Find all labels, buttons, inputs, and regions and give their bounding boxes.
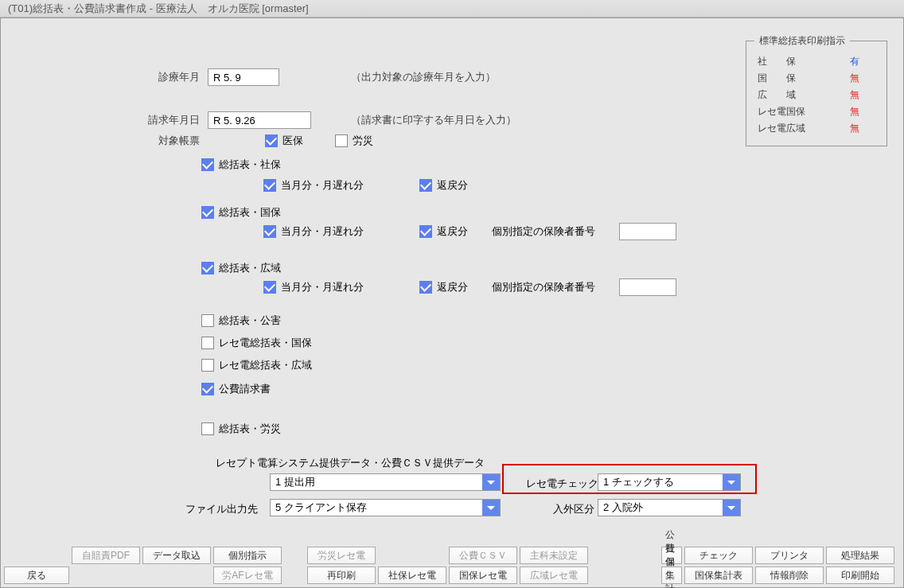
soukatsu-kokuho-label: 総括表・国保 [219, 205, 281, 220]
nyugai-select[interactable]: 2 入院外 [598, 499, 741, 516]
status-panel: 標準総括表印刷指示 社 保有 国 保無 広 域無 レセ電国保無 レセ電広域無 [746, 34, 887, 146]
status-val: 有 [848, 54, 867, 69]
file-out-label: ファイル出力先 [185, 502, 258, 516]
status-key: レセ電広域 [756, 121, 813, 136]
shinryo-ym-label: 診療年月 [120, 70, 200, 84]
kouhi-seikyu-checkbox[interactable] [201, 383, 214, 395]
status-key: 国 保 [756, 71, 813, 86]
status-val: 無 [848, 71, 867, 86]
soukatsu-kougai-label: 総括表・公害 [219, 313, 281, 328]
koiki-kobetsu-label: 個別指定の保険者番号 [492, 280, 595, 294]
koiki-receden-button[interactable]: 広域レセ電 [520, 567, 588, 584]
printer-button[interactable]: プリンタ [755, 547, 824, 564]
check-button[interactable]: チェック [684, 547, 753, 564]
recc-kokuho-label: レセ電総括表・国保 [219, 336, 312, 350]
nyugai-value: 2 入院外 [598, 500, 723, 515]
recc-kokuho-checkbox[interactable] [201, 337, 214, 349]
shaho-togetsu-label: 当月分・月遅れ分 [281, 178, 364, 193]
bottom-button-bar: 自賠責PDF データ取込 個別指示 労災レセ電 公費ＣＳＶ 主科未設定 公費個別… [1, 543, 903, 587]
soukatsu-shaho-checkbox[interactable] [201, 158, 214, 171]
shaho-henrei-label: 返戻分 [437, 178, 468, 193]
rousai-checkbox[interactable] [335, 134, 348, 147]
kokuho-henrei-label: 返戻分 [437, 224, 468, 239]
shaho-receden-button[interactable]: 社保レセ電 [378, 567, 446, 584]
window-body: 診療年月 （出力対象の診療年月を入力） 請求年月日 （請求書に印字する年月日を入… [0, 18, 904, 588]
chevron-down-icon [482, 474, 500, 490]
status-val: 無 [848, 104, 867, 119]
shuka-misettei-button[interactable]: 主科未設定 [520, 547, 588, 564]
recept-grp-label: レセプト電算システム提供データ・公費ＣＳＶ提供データ [216, 456, 485, 470]
status-val: 無 [848, 88, 867, 103]
shinryo-ym-note: （出力対象の診療年月を入力） [351, 70, 496, 84]
rousai-label: 労災 [353, 134, 373, 148]
koiki-togetsu-checkbox[interactable] [263, 281, 276, 294]
shaho-henrei-checkbox[interactable] [419, 179, 432, 192]
rouaf-receden-button[interactable]: 労AFレセ電 [213, 567, 282, 584]
kokuho-kobetsu-input[interactable] [619, 223, 676, 240]
kobetsu-shiji-button[interactable]: 個別指示 [213, 547, 282, 564]
koiki-togetsu-label: 当月分・月遅れ分 [281, 280, 364, 294]
kokuho-kobetsu-label: 個別指定の保険者番号 [492, 224, 595, 239]
iho-checkbox[interactable] [265, 134, 278, 147]
result-button[interactable]: 処理結果 [826, 547, 894, 564]
koiki-kobetsu-input[interactable] [619, 278, 676, 296]
teishutsu-select[interactable]: 1 提出用 [270, 473, 501, 491]
kokuho-togetsu-checkbox[interactable] [263, 225, 276, 238]
status-panel-header: 標準総括表印刷指示 [754, 34, 850, 48]
chevron-down-icon [482, 500, 500, 516]
soukatsu-koiki-checkbox[interactable] [201, 262, 214, 275]
status-key: レセ電国保 [756, 104, 813, 119]
shaho-togetsu-checkbox[interactable] [263, 179, 276, 192]
status-val: 無 [848, 121, 867, 136]
soukatsu-shaho-label: 総括表・社保 [219, 158, 281, 172]
nyugai-label: 入外区分 [553, 502, 594, 516]
kouhi-csv-button[interactable]: 公費ＣＳＶ [449, 547, 517, 564]
seikyu-ymd-note: （請求書に印字する年月日を入力） [351, 113, 516, 127]
kouhi-seikyu-label: 公費請求書 [219, 382, 271, 396]
koiki-henrei-checkbox[interactable] [419, 281, 432, 294]
soukatsu-kougai-checkbox[interactable] [201, 314, 214, 327]
kokuho-togetsu-label: 当月分・月遅れ分 [281, 224, 364, 239]
kokuho-receden-button[interactable]: 国保レセ電 [449, 567, 517, 584]
teishutsu-value: 1 提出用 [271, 475, 482, 489]
file-out-value: 5 クライアント保存 [271, 500, 482, 515]
back-button[interactable]: 戻る [4, 567, 69, 584]
jibaiseki-pdf-button[interactable]: 自賠責PDF [72, 547, 140, 564]
status-key: 広 域 [756, 88, 813, 103]
soukatsu-koiki-label: 総括表・広域 [219, 261, 281, 275]
status-key: 社 保 [756, 54, 813, 69]
kokuho-henrei-checkbox[interactable] [419, 225, 432, 238]
soukatsu-rousai-checkbox[interactable] [201, 423, 214, 435]
joho-sakujo-button[interactable]: 情報削除 [755, 567, 824, 584]
shinryo-ym-input[interactable] [208, 68, 279, 86]
seikyu-ymd-label: 請求年月日 [120, 113, 200, 127]
recc-koiki-label: レセ電総括表・広域 [219, 358, 312, 372]
chevron-down-icon [723, 500, 740, 516]
soukatsu-kokuho-checkbox[interactable] [201, 206, 214, 219]
reprint-button[interactable]: 再印刷 [307, 567, 376, 584]
iho-label: 医保 [282, 134, 303, 148]
title-bar: (T01)総括表・公費請求書作成 - 医療法人 オルカ医院 [ormaster] [0, 0, 904, 18]
highlight-box [502, 464, 757, 494]
file-out-select[interactable]: 5 クライアント保存 [270, 499, 501, 516]
shaho-shukei-button[interactable]: 社保集計表 [661, 567, 682, 584]
seikyu-ymd-input[interactable] [208, 111, 311, 129]
taisho-label: 対象帳票 [120, 134, 200, 148]
recc-koiki-checkbox[interactable] [201, 359, 214, 372]
koiki-henrei-label: 返戻分 [437, 280, 468, 294]
soukatsu-rousai-label: 総括表・労災 [219, 422, 281, 436]
kokuho-shukei-button[interactable]: 国保集計表 [684, 567, 753, 584]
print-start-button[interactable]: 印刷開始 [826, 567, 894, 584]
data-import-button[interactable]: データ取込 [142, 547, 211, 564]
rousai-receden-button[interactable]: 労災レセ電 [307, 547, 376, 564]
